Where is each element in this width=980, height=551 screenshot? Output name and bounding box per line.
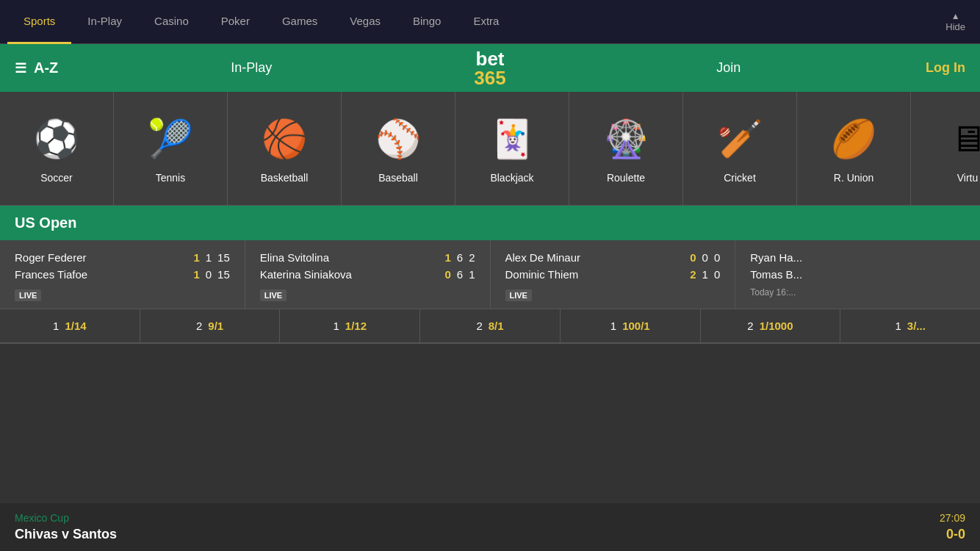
score-yellow-p2: 1 <box>193 268 199 281</box>
odds-num-4-1: 1 <box>895 320 901 332</box>
matches-container: Roger Federer 1 1 15 Frances Tiafoe 1 0 … <box>0 240 980 309</box>
m4-player2-name: Tomas B... <box>750 268 802 281</box>
odds-3-1[interactable]: 1 100/1 <box>561 309 701 342</box>
m3-s3: 0 <box>714 251 720 264</box>
sport-tennis[interactable]: 🎾 Tennis <box>114 92 228 205</box>
sport-virtual[interactable]: 🖥 Virtu <box>911 92 980 205</box>
m4-player1-name: Ryan Ha... <box>750 251 802 264</box>
nav-vegas[interactable]: Vegas <box>334 0 397 44</box>
odds-val-2-2: 8/1 <box>489 320 504 332</box>
ticker-match-row: 0-0 Chivas v Santos <box>15 527 965 542</box>
nav-items: Sports In-Play Casino Poker Games Vegas … <box>7 0 938 44</box>
roulette-icon: 🎡 <box>600 113 652 165</box>
hide-button[interactable]: Hide <box>938 7 973 36</box>
ticker-score: 0-0 <box>946 527 965 542</box>
sport-basketball[interactable]: 🏀 Basketball <box>228 92 342 205</box>
cricket-icon: 🏏 <box>714 113 765 165</box>
nav-extra[interactable]: Extra <box>457 0 515 44</box>
sports-row: ⚽ Soccer 🎾 Tennis 🏀 Basketball ⚾ Basebal… <box>0 92 980 206</box>
cricket-label: Cricket <box>724 172 756 184</box>
match-block-3[interactable]: Alex De Minaur 0 0 0 Dominic Thiem 2 1 0… <box>491 240 736 309</box>
match-1-p2-scores: 1 0 15 <box>193 268 229 281</box>
nav-casino[interactable]: Casino <box>138 0 205 44</box>
ticker-top: Mexico Cup 27:09 <box>15 512 965 524</box>
nav-bingo[interactable]: Bingo <box>397 0 457 44</box>
rugby-icon: 🏉 <box>828 113 879 165</box>
rugby-label: R. Union <box>834 172 873 184</box>
header-join[interactable]: Join <box>609 60 848 76</box>
nav-inplay[interactable]: In-Play <box>71 0 138 44</box>
match-2-p2-scores: 0 6 1 <box>444 268 475 281</box>
baseball-icon: ⚾ <box>372 113 424 165</box>
match-4-player1: Ryan Ha... <box>750 251 965 264</box>
virtual-icon: 🖥 <box>942 113 980 165</box>
odds-3-2[interactable]: 2 1/1000 <box>701 309 841 342</box>
sport-rugby-union[interactable]: 🏉 R. Union <box>797 92 911 205</box>
sport-cricket[interactable]: 🏏 Cricket <box>683 92 797 205</box>
score-white-p2: 0 <box>206 268 212 281</box>
az-menu[interactable]: ☰ A-Z <box>15 60 132 76</box>
match-3-p2-scores: 2 1 0 <box>690 268 720 281</box>
hamburger-icon: ☰ <box>15 60 26 76</box>
score-white2: 15 <box>217 251 230 264</box>
soccer-icon: ⚽ <box>31 113 82 165</box>
logo-365: 365 <box>474 67 505 89</box>
odds-1-2[interactable]: 2 9/1 <box>140 309 281 342</box>
odds-2-1[interactable]: 1 1/12 <box>280 309 420 342</box>
sport-roulette[interactable]: 🎡 Roulette <box>569 92 683 205</box>
match-block-4[interactable]: Ryan Ha... Tomas B... Today 16:... <box>735 240 980 309</box>
m2-s2: 6 <box>457 251 463 264</box>
nav-sports[interactable]: Sports <box>7 0 71 44</box>
odds-val-1-2: 9/1 <box>208 320 223 332</box>
m2-player2-name: Katerina Siniakova <box>260 268 352 281</box>
ticker-competition: Mexico Cup <box>15 512 69 524</box>
odds-val-4-1: 3/... <box>907 320 926 332</box>
odds-num-3-2: 2 <box>747 320 753 332</box>
live-badge-2: LIVE <box>260 289 287 301</box>
player1-name: Roger Federer <box>15 251 87 264</box>
m3-p2-s2: 1 <box>702 268 708 281</box>
m2-player1-name: Elina Svitolina <box>260 251 329 264</box>
odds-val-2-1: 1/12 <box>345 320 367 332</box>
baseball-label: Baseball <box>378 172 418 184</box>
player2-name: Frances Tiafoe <box>15 268 87 281</box>
m2-p2-s2: 6 <box>457 268 463 281</box>
odds-1-1[interactable]: 1 1/14 <box>0 309 140 342</box>
odds-row: 1 1/14 2 9/1 1 1/12 2 8/1 1 100/1 2 1/10… <box>0 309 980 344</box>
ticker-match: Chivas v Santos <box>15 527 117 541</box>
bottom-ticker[interactable]: Mexico Cup 27:09 0-0 Chivas v Santos <box>0 503 980 551</box>
m3-p2-s1: 2 <box>690 268 696 281</box>
match-1-p1-scores: 1 1 15 <box>193 251 229 264</box>
nav-poker[interactable]: Poker <box>205 0 266 44</box>
tennis-icon: 🎾 <box>145 113 196 165</box>
score-yellow: 1 <box>193 251 199 264</box>
score-white: 1 <box>206 251 212 264</box>
odds-num-2-2: 2 <box>476 320 482 332</box>
sport-baseball[interactable]: ⚾ Baseball <box>342 92 455 205</box>
roulette-label: Roulette <box>607 172 645 184</box>
odds-2-2[interactable]: 2 8/1 <box>420 309 561 342</box>
match-2-player2: Katerina Siniakova 0 6 1 <box>260 268 475 281</box>
sport-blackjack[interactable]: 🃏 Blackjack <box>455 92 569 205</box>
m3-player1-name: Alex De Minaur <box>505 251 581 264</box>
odds-num-1-2: 2 <box>196 320 202 332</box>
nav-games[interactable]: Games <box>266 0 334 44</box>
header-inplay[interactable]: In-Play <box>132 60 371 76</box>
m3-p2-s3: 0 <box>714 268 720 281</box>
match-block-2[interactable]: Elina Svitolina 1 6 2 Katerina Siniakova… <box>245 240 491 309</box>
match-3-player2: Dominic Thiem 2 1 0 <box>505 268 721 281</box>
header-logo[interactable]: bet 365 <box>371 49 610 87</box>
header-bar: ☰ A-Z In-Play bet 365 Join Log In <box>0 44 980 92</box>
sport-soccer[interactable]: ⚽ Soccer <box>0 92 114 205</box>
m2-p2-s3: 1 <box>469 268 475 281</box>
tennis-label: Tennis <box>156 172 185 184</box>
header-login[interactable]: Log In <box>848 60 965 76</box>
m3-s2: 0 <box>702 251 708 264</box>
ticker-time: 27:09 <box>940 512 965 524</box>
odds-4-1[interactable]: 1 3/... <box>840 309 980 342</box>
basketball-label: Basketball <box>261 172 309 184</box>
live-badge-1: LIVE <box>15 289 41 301</box>
match-4-player2: Tomas B... <box>750 268 965 281</box>
match-block-1[interactable]: Roger Federer 1 1 15 Frances Tiafoe 1 0 … <box>0 240 245 309</box>
odds-val-3-1: 100/1 <box>622 320 650 332</box>
